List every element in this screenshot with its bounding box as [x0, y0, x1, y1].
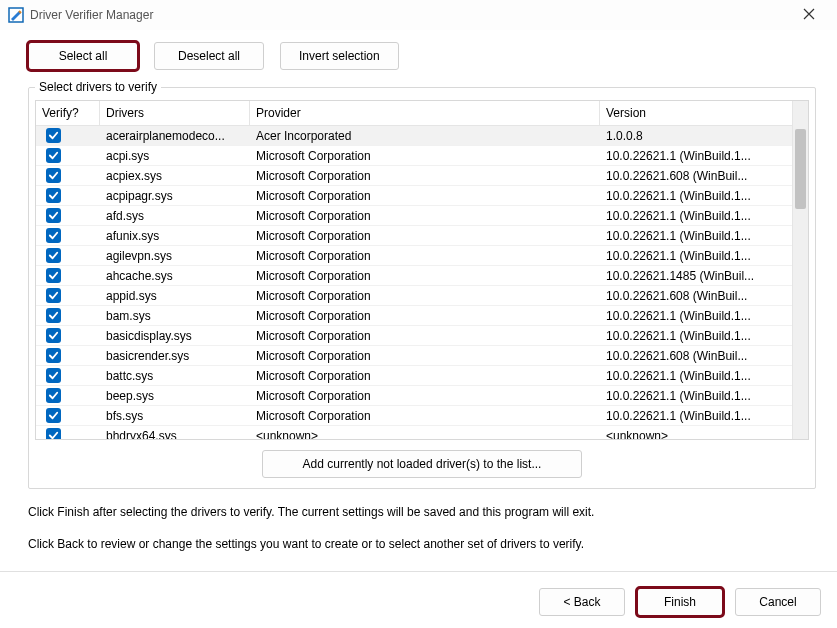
verify-checkbox[interactable]: [46, 288, 61, 303]
version-cell: 10.0.22621.1 (WinBuild.1...: [600, 409, 792, 423]
verify-cell: [36, 268, 100, 283]
verify-checkbox[interactable]: [46, 148, 61, 163]
footer-separator: [0, 571, 837, 572]
verify-cell: [36, 328, 100, 343]
provider-cell: Acer Incorporated: [250, 129, 600, 143]
driver-cell: agilevpn.sys: [100, 249, 250, 263]
finish-button[interactable]: Finish: [637, 588, 723, 616]
drivers-table: Verify? Drivers Provider Version acerair…: [35, 100, 809, 440]
verify-checkbox[interactable]: [46, 368, 61, 383]
verify-checkbox[interactable]: [46, 188, 61, 203]
version-cell: 10.0.22621.608 (WinBuil...: [600, 289, 792, 303]
table-row[interactable]: acerairplanemodeco...Acer Incorporated1.…: [36, 126, 792, 146]
provider-cell: Microsoft Corporation: [250, 169, 600, 183]
version-cell: 10.0.22621.1 (WinBuild.1...: [600, 249, 792, 263]
table-row[interactable]: basicdisplay.sysMicrosoft Corporation10.…: [36, 326, 792, 346]
table-row[interactable]: acpipagr.sysMicrosoft Corporation10.0.22…: [36, 186, 792, 206]
table-row[interactable]: appid.sysMicrosoft Corporation10.0.22621…: [36, 286, 792, 306]
check-icon: [48, 230, 59, 241]
table-row[interactable]: afunix.sysMicrosoft Corporation10.0.2262…: [36, 226, 792, 246]
verify-checkbox[interactable]: [46, 168, 61, 183]
provider-cell: Microsoft Corporation: [250, 189, 600, 203]
table-header: Verify? Drivers Provider Version: [36, 101, 792, 126]
col-provider[interactable]: Provider: [250, 101, 600, 125]
close-button[interactable]: [789, 6, 829, 24]
verify-cell: [36, 188, 100, 203]
driver-cell: bam.sys: [100, 309, 250, 323]
check-icon: [48, 330, 59, 341]
footer-buttons: < Back Finish Cancel: [539, 588, 821, 616]
table-row[interactable]: afd.sysMicrosoft Corporation10.0.22621.1…: [36, 206, 792, 226]
table-row[interactable]: battc.sysMicrosoft Corporation10.0.22621…: [36, 366, 792, 386]
verify-checkbox[interactable]: [46, 208, 61, 223]
version-cell: 10.0.22621.1 (WinBuild.1...: [600, 149, 792, 163]
verify-checkbox[interactable]: [46, 388, 61, 403]
check-icon: [48, 410, 59, 421]
driver-cell: acpi.sys: [100, 149, 250, 163]
driver-cell: afunix.sys: [100, 229, 250, 243]
version-cell: 10.0.22621.1 (WinBuild.1...: [600, 229, 792, 243]
version-cell: 10.0.22621.1485 (WinBuil...: [600, 269, 792, 283]
verify-checkbox[interactable]: [46, 428, 61, 439]
verify-cell: [36, 288, 100, 303]
driver-cell: bhdrvx64.sys: [100, 429, 250, 440]
table-body: acerairplanemodeco...Acer Incorporated1.…: [36, 126, 792, 439]
driver-cell: acpipagr.sys: [100, 189, 250, 203]
instruction-line-2: Click Back to review or change the setti…: [28, 535, 809, 553]
verify-checkbox[interactable]: [46, 308, 61, 323]
select-all-button[interactable]: Select all: [28, 42, 138, 70]
table-row[interactable]: ahcache.sysMicrosoft Corporation10.0.226…: [36, 266, 792, 286]
verify-checkbox[interactable]: [46, 268, 61, 283]
col-drivers[interactable]: Drivers: [100, 101, 250, 125]
add-unloaded-drivers-button[interactable]: Add currently not loaded driver(s) to th…: [262, 450, 582, 478]
version-cell: 10.0.22621.1 (WinBuild.1...: [600, 329, 792, 343]
provider-cell: Microsoft Corporation: [250, 149, 600, 163]
table-row[interactable]: beep.sysMicrosoft Corporation10.0.22621.…: [36, 386, 792, 406]
instructions: Click Finish after selecting the drivers…: [28, 503, 809, 553]
provider-cell: Microsoft Corporation: [250, 329, 600, 343]
check-icon: [48, 150, 59, 161]
back-button[interactable]: < Back: [539, 588, 625, 616]
version-cell: 10.0.22621.1 (WinBuild.1...: [600, 309, 792, 323]
verify-cell: [36, 348, 100, 363]
drivers-fieldset: Select drivers to verify Verify? Drivers…: [28, 80, 816, 489]
check-icon: [48, 270, 59, 281]
verify-cell: [36, 308, 100, 323]
check-icon: [48, 390, 59, 401]
verify-checkbox[interactable]: [46, 248, 61, 263]
table-row[interactable]: bfs.sysMicrosoft Corporation10.0.22621.1…: [36, 406, 792, 426]
invert-selection-button[interactable]: Invert selection: [280, 42, 399, 70]
table-row[interactable]: bhdrvx64.sys<unknown><unknown>: [36, 426, 792, 439]
table-row[interactable]: agilevpn.sysMicrosoft Corporation10.0.22…: [36, 246, 792, 266]
check-icon: [48, 290, 59, 301]
verify-checkbox[interactable]: [46, 408, 61, 423]
provider-cell: Microsoft Corporation: [250, 349, 600, 363]
provider-cell: Microsoft Corporation: [250, 309, 600, 323]
table-row[interactable]: basicrender.sysMicrosoft Corporation10.0…: [36, 346, 792, 366]
table-row[interactable]: bam.sysMicrosoft Corporation10.0.22621.1…: [36, 306, 792, 326]
verify-checkbox[interactable]: [46, 328, 61, 343]
version-cell: 10.0.22621.1 (WinBuild.1...: [600, 369, 792, 383]
instruction-line-1: Click Finish after selecting the drivers…: [28, 503, 809, 521]
check-icon: [48, 130, 59, 141]
verify-checkbox[interactable]: [46, 228, 61, 243]
verify-checkbox[interactable]: [46, 128, 61, 143]
provider-cell: Microsoft Corporation: [250, 369, 600, 383]
version-cell: 10.0.22621.1 (WinBuild.1...: [600, 189, 792, 203]
driver-cell: acerairplanemodeco...: [100, 129, 250, 143]
check-icon: [48, 350, 59, 361]
verify-cell: [36, 428, 100, 439]
check-icon: [48, 170, 59, 181]
scrollbar-thumb[interactable]: [795, 129, 806, 209]
col-verify[interactable]: Verify?: [36, 101, 100, 125]
deselect-all-button[interactable]: Deselect all: [154, 42, 264, 70]
col-version[interactable]: Version: [600, 101, 792, 125]
verify-cell: [36, 148, 100, 163]
window-title: Driver Verifier Manager: [30, 8, 789, 22]
cancel-button[interactable]: Cancel: [735, 588, 821, 616]
vertical-scrollbar[interactable]: [792, 101, 808, 439]
table-row[interactable]: acpiex.sysMicrosoft Corporation10.0.2262…: [36, 166, 792, 186]
close-icon: [803, 8, 815, 20]
verify-checkbox[interactable]: [46, 348, 61, 363]
table-row[interactable]: acpi.sysMicrosoft Corporation10.0.22621.…: [36, 146, 792, 166]
